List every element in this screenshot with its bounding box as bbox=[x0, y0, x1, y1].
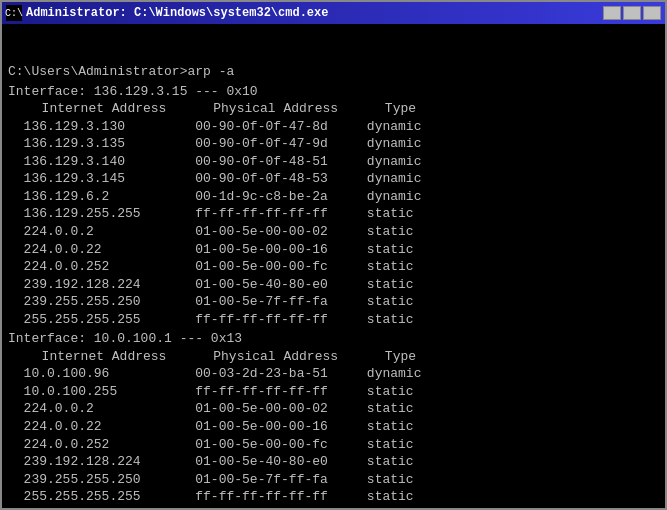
table-row: 136.129.255.255 ff-ff-ff-ff-ff-ff static bbox=[8, 205, 659, 223]
table-row: 136.129.6.2 00-1d-9c-c8-be-2a dynamic bbox=[8, 188, 659, 206]
close-button[interactable] bbox=[643, 6, 661, 20]
table-row: 224.0.0.252 01-00-5e-00-00-fc static bbox=[8, 258, 659, 276]
table-row: 239.192.128.224 01-00-5e-40-80-e0 static bbox=[8, 276, 659, 294]
table-row: 136.129.3.145 00-90-0f-0f-48-53 dynamic bbox=[8, 170, 659, 188]
table-row: 10.0.100.255 ff-ff-ff-ff-ff-ff static bbox=[8, 383, 659, 401]
table-row: 10.0.100.96 00-03-2d-23-ba-51 dynamic bbox=[8, 365, 659, 383]
table-row: 239.255.255.250 01-00-5e-7f-ff-fa static bbox=[8, 471, 659, 489]
titlebar-left: C:\ Administrator: C:\Windows\system32\c… bbox=[6, 5, 328, 21]
table-row: 255.255.255.255 ff-ff-ff-ff-ff-ff static bbox=[8, 488, 659, 506]
titlebar: C:\ Administrator: C:\Windows\system32\c… bbox=[2, 2, 665, 24]
table-row: 224.0.0.2 01-00-5e-00-00-02 static bbox=[8, 223, 659, 241]
window-title: Administrator: C:\Windows\system32\cmd.e… bbox=[26, 6, 328, 20]
table-row: 224.0.0.252 01-00-5e-00-00-fc static bbox=[8, 436, 659, 454]
table-row: 224.0.0.2 01-00-5e-00-00-02 static bbox=[8, 400, 659, 418]
table-row: 136.129.3.135 00-90-0f-0f-47-9d dynamic bbox=[8, 135, 659, 153]
table-row: 239.192.128.224 01-00-5e-40-80-e0 static bbox=[8, 453, 659, 471]
col-header-0: Internet Address Physical Address Type bbox=[26, 100, 659, 118]
table-row: 224.0.0.22 01-00-5e-00-00-16 static bbox=[8, 241, 659, 259]
console-output: C:\Users\Administrator>arp -aInterface: … bbox=[2, 24, 665, 508]
section-header-0: Interface: 136.129.3.15 --- 0x10 bbox=[8, 83, 659, 101]
maximize-button[interactable] bbox=[623, 6, 641, 20]
table-row: 239.255.255.250 01-00-5e-7f-ff-fa static bbox=[8, 293, 659, 311]
section-header-1: Interface: 10.0.100.1 --- 0x13 bbox=[8, 330, 659, 348]
table-row: 255.255.255.255 ff-ff-ff-ff-ff-ff static bbox=[8, 311, 659, 329]
table-row: 136.129.3.130 00-90-0f-0f-47-8d dynamic bbox=[8, 118, 659, 136]
table-row: 224.0.0.22 01-00-5e-00-00-16 static bbox=[8, 418, 659, 436]
table-row: 136.129.3.140 00-90-0f-0f-48-51 dynamic bbox=[8, 153, 659, 171]
cmd-icon: C:\ bbox=[6, 5, 22, 21]
prompt-line: C:\Users\Administrator>arp -a bbox=[8, 63, 659, 81]
window-controls[interactable] bbox=[603, 6, 661, 20]
cmd-window: C:\ Administrator: C:\Windows\system32\c… bbox=[0, 0, 667, 510]
minimize-button[interactable] bbox=[603, 6, 621, 20]
col-header-1: Internet Address Physical Address Type bbox=[26, 348, 659, 366]
